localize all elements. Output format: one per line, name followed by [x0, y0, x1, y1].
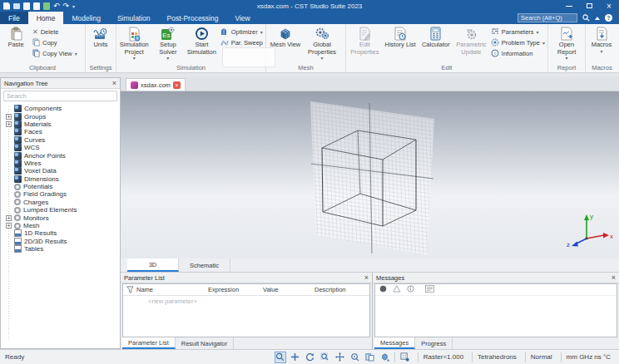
tree-item[interactable]: + 1D Results — [4, 229, 120, 237]
tab-view[interactable]: View — [226, 12, 258, 24]
tree-item[interactable]: + Lumped Elements — [4, 206, 120, 214]
parameters-button[interactable]: Parameters ▾ — [489, 27, 547, 37]
zoom-tool-icon[interactable] — [275, 352, 286, 363]
column-name[interactable]: Name — [136, 286, 208, 293]
tree-item[interactable]: + Wires — [4, 160, 120, 167]
delete-button[interactable]: ✕ Delete — [31, 27, 79, 37]
tab-post-processing[interactable]: Post-Processing — [159, 12, 227, 24]
tree-item[interactable]: + Faces — [4, 128, 120, 135]
new-parameter-row[interactable]: <new parameter> — [123, 296, 369, 305]
tree-item[interactable]: + Curves — [4, 136, 120, 144]
tree-item[interactable]: + WCS — [4, 144, 120, 151]
close-icon[interactable]: × — [364, 274, 369, 282]
calculator-button[interactable]: Calculator — [418, 25, 453, 49]
setup-solver-button[interactable]: Es Setup Solver ▾ — [151, 25, 186, 61]
tree-search-input[interactable] — [3, 91, 117, 101]
new-file-icon[interactable] — [3, 2, 10, 10]
help-icon[interactable]: ? — [605, 14, 612, 22]
tab-progress[interactable]: Progress — [415, 337, 453, 349]
filter-funnel-icon[interactable] — [123, 286, 136, 293]
minimize-button[interactable] — [559, 0, 579, 12]
maximize-button[interactable] — [579, 0, 599, 12]
column-description[interactable]: Description — [314, 286, 369, 293]
history-list-button[interactable]: History List — [383, 25, 418, 49]
toolbar-dropdown-icon[interactable]: ▾ — [72, 3, 75, 9]
tab-parameter-list[interactable]: Parameter List — [122, 337, 176, 349]
tab-home[interactable]: Home — [28, 12, 64, 24]
search-icon[interactable] — [582, 14, 590, 22]
paste-button[interactable]: Paste — [1, 25, 31, 49]
undo-icon[interactable]: ↶ — [53, 2, 60, 10]
mesh-view-button[interactable]: Mesh View — [267, 25, 304, 49]
tree-item[interactable]: + Anchor Points — [4, 151, 120, 159]
expander-plus-icon[interactable]: + — [6, 121, 12, 127]
tree-item[interactable]: + Dimensions — [4, 175, 120, 183]
collapse-ribbon-icon[interactable] — [595, 17, 600, 20]
tree-item[interactable]: + Mesh — [4, 222, 120, 229]
tab-result-navigator[interactable]: Result Navigator — [176, 337, 234, 349]
parametric-update-button[interactable]: a= Parametric Update — [453, 25, 489, 56]
close-icon[interactable]: × — [112, 80, 116, 87]
problem-type-button[interactable]: Problem Type ▾ — [489, 37, 547, 48]
redo-icon[interactable]: ↷ — [63, 2, 70, 10]
close-button[interactable]: × — [599, 0, 619, 12]
errors-filter-icon[interactable] — [379, 285, 387, 294]
start-simulation-button[interactable]: Start Simulation — [185, 25, 219, 56]
tab-messages[interactable]: Messages — [374, 337, 415, 349]
open-report-button[interactable]: Open Report ▾ — [549, 25, 584, 61]
raster-value[interactable]: Raster=1.000 — [418, 352, 468, 362]
rotate-tool-icon[interactable] — [305, 352, 316, 363]
tree-item[interactable]: + Monitors — [4, 214, 120, 221]
tree-item[interactable]: + Components — [4, 105, 120, 112]
units-status[interactable]: mm GHz ns °C — [561, 352, 616, 362]
zoom-in-tool-icon[interactable] — [290, 352, 301, 363]
message-list-icon[interactable] — [425, 285, 434, 294]
import-icon[interactable] — [43, 2, 50, 10]
tab-simulation[interactable]: Simulation — [109, 12, 159, 24]
pan-tool-icon[interactable] — [334, 352, 346, 363]
simulation-project-button[interactable]: Simulation Project ▾ — [117, 25, 151, 61]
view-mode-status[interactable]: Normal — [525, 352, 557, 362]
bounding-box-icon[interactable] — [379, 352, 391, 363]
warnings-filter-icon[interactable] — [393, 285, 401, 294]
copy-view-button[interactable]: Copy View ▾ — [31, 48, 79, 59]
search-input[interactable] — [517, 13, 577, 22]
tree-item[interactable]: + Tables — [4, 245, 120, 253]
optimizer-button[interactable]: Optimizer ▾ — [219, 27, 265, 37]
save-icon[interactable] — [23, 2, 30, 10]
tab-modeling[interactable]: Modeling — [63, 12, 109, 24]
copy-button[interactable]: Copy — [31, 37, 79, 48]
information-button[interactable]: i Information — [489, 48, 547, 59]
global-properties-button[interactable]: Global Properties ▾ — [304, 25, 340, 61]
tab-3d[interactable]: 3D — [127, 258, 179, 272]
search-view-tool-icon[interactable] — [349, 352, 361, 363]
mesh-type-status[interactable]: Tetrahedrons — [472, 352, 522, 362]
expander-plus-icon[interactable]: + — [6, 223, 12, 229]
tree-item[interactable]: + Groups — [4, 112, 120, 120]
3d-viewport[interactable]: y x z — [121, 91, 619, 258]
edit-properties-button[interactable]: Edit Properties — [347, 25, 383, 56]
tab-close-icon[interactable]: × — [173, 81, 181, 89]
tab-schematic[interactable]: Schematic — [179, 258, 230, 272]
tree-item[interactable]: + 2D/3D Results — [4, 238, 120, 245]
tree-item[interactable]: + Voxel Data — [4, 167, 120, 175]
column-value[interactable]: Value — [263, 286, 314, 293]
expander-plus-icon[interactable]: + — [6, 215, 12, 221]
column-expression[interactable]: Expression — [208, 286, 263, 293]
info-filter-icon[interactable] — [407, 285, 414, 294]
open-file-icon[interactable] — [13, 3, 20, 9]
tree-item[interactable]: + Potentials — [4, 183, 120, 190]
save-all-icon[interactable] — [33, 2, 40, 10]
tree-item[interactable]: + Field Gradings — [4, 190, 120, 198]
tab-file[interactable]: File — [0, 12, 28, 24]
tree-item[interactable]: + Charges — [4, 199, 120, 206]
units-button[interactable]: Units — [87, 25, 115, 49]
macros-button[interactable]: Macros ▾ — [587, 25, 617, 55]
raster-status-icon[interactable] — [394, 352, 414, 362]
tree-item[interactable]: + Materials — [4, 121, 120, 128]
document-tab[interactable]: xsdax.com × — [126, 78, 186, 91]
split-view-icon[interactable] — [364, 352, 376, 363]
expander-plus-icon[interactable]: + — [6, 114, 12, 120]
close-icon[interactable]: × — [612, 274, 616, 282]
zoom-region-tool-icon[interactable] — [319, 352, 331, 363]
